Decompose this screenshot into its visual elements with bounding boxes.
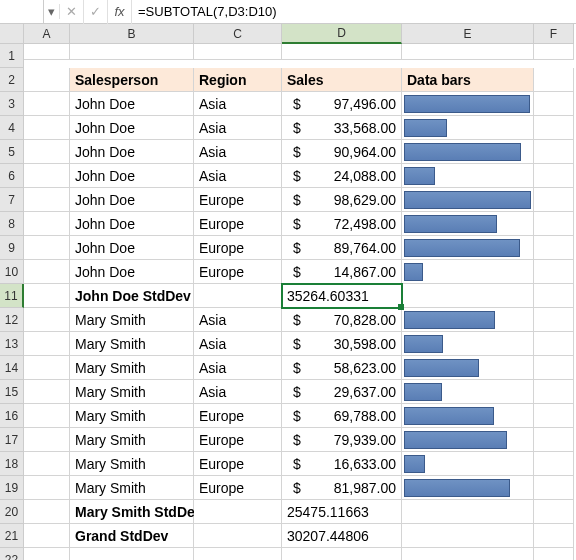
cell-databar[interactable] — [402, 116, 534, 140]
cell-sales[interactable]: $16,633.00 — [282, 452, 402, 476]
cell-stddev-label[interactable]: Grand StdDev — [70, 524, 194, 548]
cell[interactable] — [534, 212, 574, 236]
row-header-19[interactable]: 19 — [0, 476, 24, 500]
col-header-E[interactable]: E — [402, 24, 534, 44]
cell[interactable] — [534, 260, 574, 284]
cell[interactable] — [24, 44, 70, 60]
cell[interactable] — [24, 524, 70, 548]
cell-salesperson[interactable]: John Doe — [70, 188, 194, 212]
cell-databar[interactable] — [402, 380, 534, 404]
row-header-16[interactable]: 16 — [0, 404, 24, 428]
row-header-12[interactable]: 12 — [0, 308, 24, 332]
cell[interactable] — [24, 332, 70, 356]
row-header-14[interactable]: 14 — [0, 356, 24, 380]
cell-region[interactable]: Asia — [194, 308, 282, 332]
cell-salesperson[interactable]: John Doe — [70, 92, 194, 116]
cell[interactable] — [24, 380, 70, 404]
cell-sales[interactable]: $33,568.00 — [282, 116, 402, 140]
cell[interactable] — [534, 356, 574, 380]
name-box[interactable] — [0, 0, 44, 24]
cell[interactable] — [24, 68, 70, 92]
header-region[interactable]: Region — [194, 68, 282, 92]
cell[interactable] — [534, 140, 574, 164]
select-all-corner[interactable] — [0, 24, 24, 44]
cell-region[interactable]: Europe — [194, 452, 282, 476]
cell[interactable] — [24, 140, 70, 164]
row-header-1[interactable]: 1 — [0, 44, 24, 68]
cell-salesperson[interactable]: John Doe — [70, 260, 194, 284]
row-header-2[interactable]: 2 — [0, 68, 24, 92]
cell-sales[interactable]: $81,987.00 — [282, 476, 402, 500]
cell-region[interactable]: Europe — [194, 212, 282, 236]
cell[interactable] — [534, 188, 574, 212]
cell-databar[interactable] — [402, 164, 534, 188]
cell[interactable] — [534, 68, 574, 92]
cell[interactable] — [194, 524, 282, 548]
cell-sales[interactable]: $58,623.00 — [282, 356, 402, 380]
row-header-3[interactable]: 3 — [0, 92, 24, 116]
col-header-A[interactable]: A — [24, 24, 70, 44]
cell-region[interactable]: Asia — [194, 116, 282, 140]
row-header-9[interactable]: 9 — [0, 236, 24, 260]
cell-databar[interactable] — [402, 140, 534, 164]
cell[interactable] — [402, 44, 534, 60]
row-header-15[interactable]: 15 — [0, 380, 24, 404]
cell-region[interactable]: Asia — [194, 380, 282, 404]
cell[interactable] — [24, 428, 70, 452]
cell-salesperson[interactable]: Mary Smith — [70, 476, 194, 500]
cell-region[interactable]: Europe — [194, 188, 282, 212]
row-header-20[interactable]: 20 — [0, 500, 24, 524]
cell[interactable] — [534, 236, 574, 260]
cell-databar[interactable] — [402, 212, 534, 236]
cell[interactable] — [24, 476, 70, 500]
row-header-4[interactable]: 4 — [0, 116, 24, 140]
cell[interactable] — [194, 500, 282, 524]
cell-databar[interactable] — [402, 188, 534, 212]
cell[interactable] — [534, 380, 574, 404]
cell-region[interactable]: Asia — [194, 92, 282, 116]
cell-stddev-value[interactable]: 25475.11663 — [282, 500, 402, 524]
cell-region[interactable]: Europe — [194, 428, 282, 452]
cell-databar[interactable] — [402, 356, 534, 380]
cell-salesperson[interactable]: Mary Smith — [70, 308, 194, 332]
cell-salesperson[interactable]: John Doe — [70, 236, 194, 260]
cell-stddev-value[interactable]: 35264.60331 — [282, 284, 402, 308]
cell-salesperson[interactable]: John Doe — [70, 164, 194, 188]
cell-sales[interactable]: $98,629.00 — [282, 188, 402, 212]
cell[interactable] — [402, 524, 534, 548]
cell-salesperson[interactable]: Mary Smith — [70, 332, 194, 356]
cell-databar[interactable] — [402, 452, 534, 476]
header-sales[interactable]: Sales — [282, 68, 402, 92]
cell[interactable] — [70, 548, 194, 560]
fill-handle[interactable] — [398, 304, 404, 310]
cell[interactable] — [24, 284, 70, 308]
row-header-5[interactable]: 5 — [0, 140, 24, 164]
cell[interactable] — [24, 188, 70, 212]
row-header-7[interactable]: 7 — [0, 188, 24, 212]
row-header-18[interactable]: 18 — [0, 452, 24, 476]
cell[interactable] — [402, 548, 534, 560]
cell[interactable] — [282, 44, 402, 60]
col-header-D[interactable]: D — [282, 24, 402, 44]
cell-salesperson[interactable]: Mary Smith — [70, 380, 194, 404]
cell-sales[interactable]: $14,867.00 — [282, 260, 402, 284]
col-header-C[interactable]: C — [194, 24, 282, 44]
cell-databar[interactable] — [402, 236, 534, 260]
cell-salesperson[interactable]: Mary Smith — [70, 404, 194, 428]
cell[interactable] — [534, 92, 574, 116]
cell[interactable] — [534, 44, 574, 60]
cell-sales[interactable]: $24,088.00 — [282, 164, 402, 188]
cell-sales[interactable]: $90,964.00 — [282, 140, 402, 164]
row-header-6[interactable]: 6 — [0, 164, 24, 188]
cell[interactable] — [534, 428, 574, 452]
cell-sales[interactable]: $97,496.00 — [282, 92, 402, 116]
cell[interactable] — [402, 500, 534, 524]
cell[interactable] — [24, 404, 70, 428]
cell-databar[interactable] — [402, 260, 534, 284]
cell-databar[interactable] — [402, 404, 534, 428]
col-header-F[interactable]: F — [534, 24, 574, 44]
cell-stddev-label[interactable]: Mary Smith StdDev — [70, 500, 194, 524]
cell[interactable] — [24, 116, 70, 140]
row-header-8[interactable]: 8 — [0, 212, 24, 236]
cell-region[interactable]: Europe — [194, 260, 282, 284]
